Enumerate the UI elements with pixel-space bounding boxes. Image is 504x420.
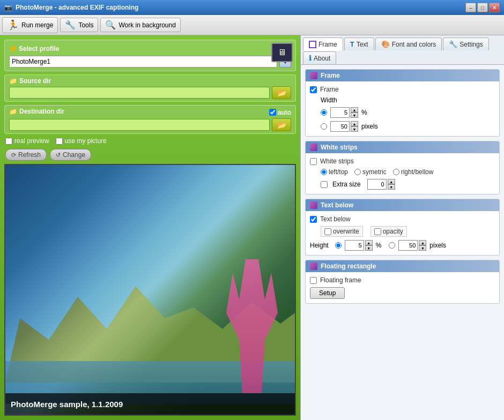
source-dir-browse-button[interactable]: 📂 (272, 86, 291, 99)
real-preview-checkbox[interactable] (5, 138, 12, 145)
auto-checkbox[interactable] (269, 109, 276, 116)
extra-size-checkbox[interactable] (321, 181, 328, 188)
frame-pixels-down-button[interactable]: ▼ (351, 126, 358, 132)
extra-size-down-button[interactable]: ▼ (388, 184, 395, 190)
extra-size-up-button[interactable]: ▲ (388, 179, 395, 184)
preview-caption: PhotoMerge sample, 1.1.2009 (5, 393, 295, 415)
frame-percent-spinner: ▲ ▼ (330, 107, 358, 118)
text-below-pixels-up-button[interactable]: ▲ (419, 240, 426, 245)
tab-text[interactable]: T Text (344, 38, 374, 50)
text-below-pixels-input[interactable] (398, 240, 418, 251)
dest-header: 📁 Destination dir auto (9, 108, 291, 117)
frame-percent-down-button[interactable]: ▼ (351, 112, 358, 118)
tools-label: Tools (78, 21, 93, 29)
right-panel: Frame T Text 🎨 Font and colors 🔧 Setting… (300, 35, 504, 420)
settings-tab-icon: 🔧 (449, 40, 457, 48)
frame-percent-up-button[interactable]: ▲ (351, 107, 358, 112)
text-below-pixels-down-button[interactable]: ▼ (419, 245, 426, 251)
source-dir-row: 📂 (9, 86, 291, 99)
tools-icon: 🔧 (65, 20, 76, 30)
about-tab-icon: ℹ (309, 54, 312, 62)
title-bar-title: 📷 PhotoMerge - advanced EXIF captioning (4, 4, 138, 11)
opacity-checkbox-label[interactable]: opacity (370, 226, 407, 237)
opacity-checkbox[interactable] (374, 228, 381, 235)
text-below-header: Text below (306, 199, 499, 211)
overwrite-checkbox-label[interactable]: overwrite (321, 226, 363, 237)
text-below-percent-unit: % (376, 242, 382, 249)
text-below-height-row: Height ▲ ▼ % (310, 240, 495, 251)
use-my-picture-checkbox[interactable] (56, 138, 63, 145)
real-preview-label[interactable]: real preview (5, 137, 49, 145)
frame-pixels-unit: pixels (361, 123, 378, 130)
frame-section: Frame Frame Width (305, 69, 500, 137)
source-dir-input[interactable] (9, 87, 270, 99)
change-button[interactable]: ↺ Change (50, 149, 91, 161)
frame-pixels-spinner-btns: ▲ ▼ (351, 121, 358, 132)
tab-about[interactable]: ℹ About (303, 51, 336, 64)
destination-dir-input[interactable] (9, 119, 270, 131)
white-strips-header: White strips (306, 141, 499, 153)
tab-settings[interactable]: 🔧 Settings (443, 38, 488, 50)
white-strips-checkbox-row: White strips (310, 158, 495, 165)
extra-size-spinner: ▲ ▼ (367, 179, 395, 190)
right-bellow-radio[interactable] (393, 169, 399, 175)
text-below-percent-input[interactable] (345, 240, 364, 251)
tab-frame[interactable]: Frame (303, 38, 343, 51)
source-dir-section: 📁 Source dir 📂 (4, 74, 296, 102)
right-bellow-radio-label[interactable]: right/bellow (393, 168, 434, 176)
extra-size-input[interactable] (367, 179, 387, 190)
frame-section-body: Frame Width ▲ ▼ (306, 81, 499, 136)
text-below-percent-up-button[interactable]: ▲ (365, 240, 373, 245)
change-icon: ↺ (56, 152, 61, 159)
width-label: Width (321, 96, 337, 104)
frame-tab-icon (309, 41, 316, 48)
refresh-icon: ⟳ (11, 152, 16, 159)
profile-row: ▼ (9, 56, 291, 68)
text-below-pixels-radio[interactable] (389, 242, 395, 249)
source-dir-label: 📁 Source dir (9, 77, 291, 85)
floating-rectangle-icon (310, 262, 317, 270)
frame-pixels-input[interactable] (330, 121, 350, 132)
frame-percent-input[interactable] (330, 107, 350, 118)
overwrite-checkbox[interactable] (324, 228, 331, 235)
text-below-percent-radio[interactable] (335, 242, 342, 249)
text-below-body: Text below overwrite opacity Heigh (306, 211, 499, 255)
white-strips-checkbox[interactable] (310, 158, 317, 165)
left-top-radio[interactable] (321, 169, 327, 175)
tab-font-colors[interactable]: 🎨 Font and colors (375, 38, 442, 50)
symetric-radio[interactable] (354, 169, 361, 175)
floating-frame-checkbox[interactable] (310, 277, 317, 284)
browse-dest-icon: 📂 (277, 121, 286, 129)
destination-dir-row: 📂 (9, 118, 291, 131)
work-in-background-button[interactable]: 🔍 Work in background (100, 18, 181, 32)
close-button[interactable]: ✕ (489, 3, 500, 12)
frame-checkbox-label: Frame (320, 86, 339, 93)
extra-size-label: Extra size (332, 181, 361, 188)
left-top-radio-label[interactable]: left/top (321, 168, 348, 176)
frame-checkbox[interactable] (310, 86, 317, 93)
monitor-button[interactable]: 🖥 (271, 43, 293, 62)
text-tab-icon: T (350, 40, 354, 48)
setup-button[interactable]: Setup (310, 287, 345, 299)
maximize-button[interactable]: □ (477, 3, 488, 12)
destination-dir-browse-button[interactable]: 📂 (272, 118, 291, 131)
frame-pixels-radio[interactable] (321, 123, 327, 130)
minimize-button[interactable]: – (465, 3, 476, 12)
white-strips-icon (310, 144, 317, 151)
frame-percent-radio[interactable] (321, 109, 327, 116)
refresh-button[interactable]: ⟳ Refresh (5, 149, 47, 161)
profile-section: ★ Select profile ▼ 🖥 (4, 40, 296, 71)
tools-button[interactable]: 🔧 Tools (60, 18, 98, 32)
frame-pixels-up-button[interactable]: ▲ (351, 121, 358, 126)
text-below-percent-down-button[interactable]: ▼ (365, 245, 373, 251)
run-merge-button[interactable]: 🏃 Run merge (2, 17, 58, 33)
use-my-picture-label[interactable]: use my picture (56, 137, 107, 145)
text-below-checkbox[interactable] (310, 216, 317, 223)
floating-frame-checkbox-row: Floating frame (310, 276, 495, 284)
floating-rectangle-header: Floating rectangle (306, 260, 499, 272)
symetric-radio-label[interactable]: symetric (354, 168, 387, 176)
white-strips-section: White strips White strips left/top (305, 141, 500, 194)
profile-input[interactable] (9, 56, 277, 68)
right-content[interactable]: Frame Frame Width (301, 65, 504, 420)
main-content: ★ Select profile ▼ 🖥 📁 Source dir 📂 (0, 35, 504, 420)
